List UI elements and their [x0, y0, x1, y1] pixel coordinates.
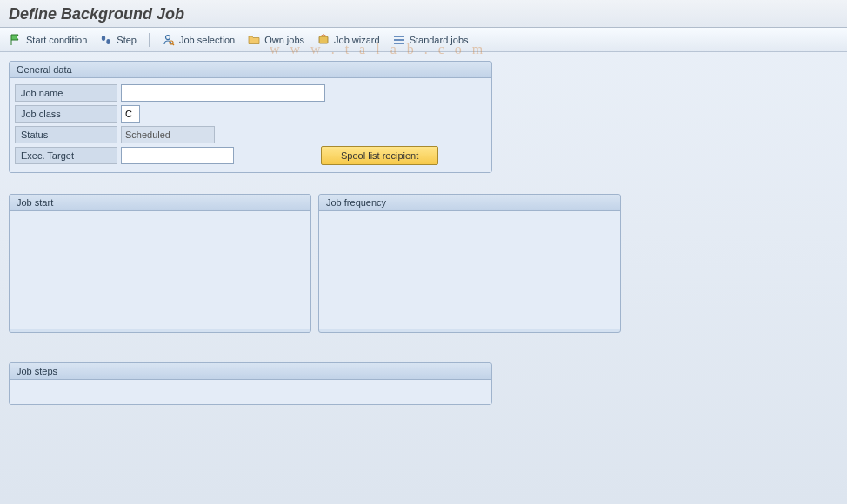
- job-frequency-group: Job frequency: [318, 194, 621, 333]
- svg-point-2: [165, 35, 170, 39]
- job-name-label: Job name: [15, 84, 117, 102]
- exec-target-input[interactable]: [121, 147, 234, 164]
- own-jobs-button[interactable]: Own jobs: [247, 33, 304, 47]
- svg-line-4: [172, 43, 174, 45]
- toolbar: Start condition Step Job selection Own j…: [0, 28, 847, 52]
- job-wizard-button[interactable]: Job wizard: [317, 33, 380, 47]
- job-frequency-body: [319, 211, 620, 329]
- job-frequency-header: Job frequency: [319, 195, 620, 211]
- folder-icon: [247, 33, 261, 47]
- status-label: Status: [15, 126, 117, 143]
- svg-point-0: [102, 36, 105, 41]
- form-row-exec-target: Exec. Target Spool list recipient: [15, 146, 486, 165]
- footsteps-icon: [99, 33, 113, 47]
- list-icon: [392, 33, 406, 47]
- job-wizard-label: Job wizard: [334, 35, 380, 45]
- form-row-status: Status Scheduled: [15, 125, 486, 144]
- general-data-group: General data Job name Job class Status S…: [9, 61, 492, 173]
- job-steps-header: Job steps: [10, 363, 491, 380]
- svg-rect-6: [394, 36, 404, 37]
- svg-rect-5: [319, 36, 328, 43]
- standard-jobs-label: Standard jobs: [410, 35, 469, 45]
- status-value: Scheduled: [121, 126, 215, 143]
- general-data-header: General data: [10, 62, 491, 78]
- job-steps-group: Job steps: [9, 362, 492, 405]
- start-condition-button[interactable]: Start condition: [9, 33, 87, 47]
- standard-jobs-button[interactable]: Standard jobs: [392, 33, 469, 47]
- job-start-group: Job start: [9, 194, 311, 333]
- page-title: Define Background Job: [0, 0, 847, 28]
- flag-icon: [9, 33, 23, 47]
- content-area: General data Job name Job class Status S…: [0, 52, 847, 422]
- spool-list-recipient-button[interactable]: Spool list recipient: [321, 146, 438, 165]
- job-name-input[interactable]: [121, 84, 325, 102]
- job-start-body: [10, 211, 310, 329]
- step-button[interactable]: Step: [99, 33, 137, 47]
- exec-target-label: Exec. Target: [15, 147, 117, 164]
- job-class-input[interactable]: [121, 105, 140, 123]
- form-row-job-class: Job class: [15, 104, 486, 123]
- general-data-body: Job name Job class Status Scheduled Exec…: [10, 78, 491, 172]
- start-frequency-row: Job start Job frequency: [9, 194, 838, 342]
- form-row-job-name: Job name: [15, 83, 486, 103]
- svg-rect-8: [394, 43, 404, 44]
- job-steps-body: [10, 380, 491, 404]
- svg-rect-7: [394, 39, 404, 41]
- svg-point-1: [107, 39, 110, 44]
- job-class-label: Job class: [15, 105, 117, 123]
- toolbar-separator: [149, 33, 150, 47]
- person-search-icon: [162, 33, 176, 47]
- wizard-icon: [317, 33, 330, 47]
- own-jobs-label: Own jobs: [264, 35, 304, 45]
- job-selection-label: Job selection: [179, 35, 235, 45]
- job-start-header: Job start: [10, 195, 310, 211]
- start-condition-label: Start condition: [26, 35, 87, 45]
- step-label: Step: [117, 35, 137, 45]
- job-selection-button[interactable]: Job selection: [162, 33, 235, 47]
